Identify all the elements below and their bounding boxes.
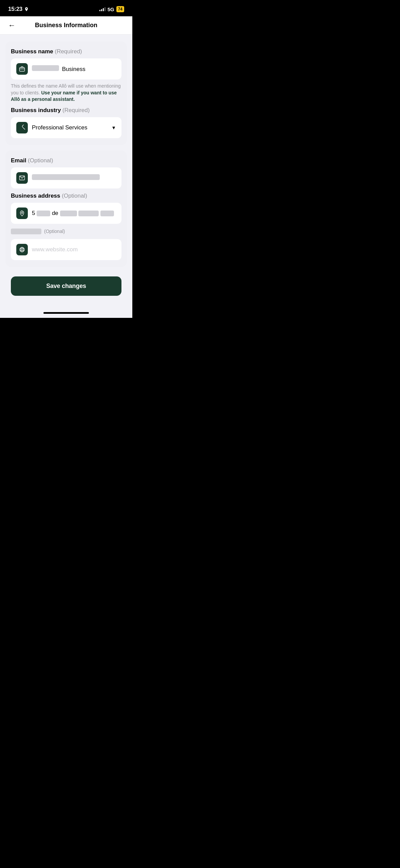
svg-point-4 bbox=[21, 212, 23, 214]
business-name-value: Business bbox=[32, 65, 116, 73]
network-label: 5G bbox=[108, 6, 114, 12]
status-right: 5G 74 bbox=[99, 6, 124, 12]
back-button[interactable]: ← bbox=[7, 20, 17, 31]
contact-card: Email (Optional) bbox=[5, 150, 127, 267]
briefcase-icon bbox=[16, 63, 28, 75]
home-indicator bbox=[0, 309, 132, 318]
website-placeholder: www.website.com bbox=[32, 246, 116, 253]
svg-point-5 bbox=[20, 247, 24, 252]
home-indicator-bar bbox=[43, 312, 89, 314]
business-name-label: Business name (Required) bbox=[11, 48, 121, 55]
address-line2-optional: (Optional) bbox=[44, 229, 65, 234]
website-input[interactable]: www.website.com bbox=[11, 239, 121, 260]
status-bar: 15:23 5G 74 bbox=[0, 0, 132, 16]
address-value: 5 de bbox=[32, 210, 116, 217]
business-industry-group: Business industry (Required) Professiona… bbox=[11, 107, 121, 138]
location-icon bbox=[24, 7, 29, 12]
page-title: Business Information bbox=[35, 22, 97, 29]
pin-icon-svg bbox=[19, 210, 25, 216]
business-name-hint: This defines the name Allô will use when… bbox=[11, 83, 121, 103]
signal-bars bbox=[99, 7, 106, 11]
email-group: Email (Optional) bbox=[11, 157, 121, 188]
status-time: 15:23 bbox=[8, 6, 29, 13]
email-svg bbox=[19, 175, 25, 181]
business-info-card: Business name (Required) Business bbox=[5, 41, 127, 145]
address-group: Business address (Optional) 5 de bbox=[11, 193, 121, 260]
battery-container: 74 bbox=[116, 6, 124, 12]
battery-badge: 74 bbox=[116, 6, 124, 12]
business-name-group: Business name (Required) Business bbox=[11, 48, 121, 103]
svg-point-6 bbox=[21, 247, 23, 252]
address-input[interactable]: 5 de bbox=[11, 203, 121, 224]
business-industry-dropdown[interactable]: Professional Services ▼ bbox=[11, 117, 121, 138]
address-icon bbox=[16, 207, 28, 219]
page-header: ← Business Information bbox=[0, 16, 132, 35]
chevron-down-icon: ▼ bbox=[111, 125, 116, 130]
back-arrow-icon: ← bbox=[8, 22, 16, 29]
scroll-container: ← Business Information Business name (Re… bbox=[0, 16, 132, 318]
save-button-container: Save changes bbox=[5, 272, 127, 303]
address-label: Business address (Optional) bbox=[11, 193, 121, 199]
diamond-icon-svg bbox=[19, 125, 25, 131]
address-line2-row: (Optional) bbox=[11, 227, 121, 236]
globe-svg bbox=[19, 247, 25, 253]
industry-icon bbox=[16, 122, 28, 133]
svg-rect-0 bbox=[20, 68, 25, 71]
save-changes-button[interactable]: Save changes bbox=[11, 276, 121, 296]
email-icon bbox=[16, 172, 28, 184]
email-value bbox=[32, 174, 116, 182]
business-name-input[interactable]: Business bbox=[11, 58, 121, 79]
globe-icon bbox=[16, 244, 28, 255]
email-input[interactable] bbox=[11, 167, 121, 188]
briefcase-svg bbox=[19, 66, 25, 72]
industry-value: Professional Services bbox=[32, 124, 107, 131]
business-industry-label: Business industry (Required) bbox=[11, 107, 121, 114]
content: Business name (Required) Business bbox=[0, 35, 132, 309]
email-label: Email (Optional) bbox=[11, 157, 121, 164]
svg-rect-2 bbox=[22, 125, 25, 130]
